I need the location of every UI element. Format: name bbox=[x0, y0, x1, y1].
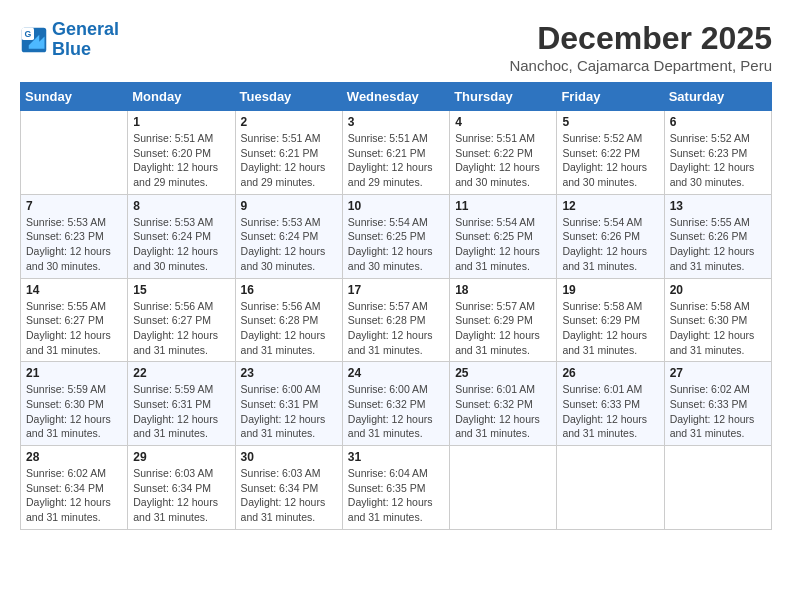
day-number: 5 bbox=[562, 115, 658, 129]
day-cell: 18Sunrise: 5:57 AM Sunset: 6:29 PM Dayli… bbox=[450, 278, 557, 362]
day-cell bbox=[21, 111, 128, 195]
day-cell: 4Sunrise: 5:51 AM Sunset: 6:22 PM Daylig… bbox=[450, 111, 557, 195]
calendar-table: SundayMondayTuesdayWednesdayThursdayFrid… bbox=[20, 82, 772, 530]
logo: G General Blue bbox=[20, 20, 119, 60]
day-info: Sunrise: 6:01 AM Sunset: 6:32 PM Dayligh… bbox=[455, 382, 551, 441]
day-number: 23 bbox=[241, 366, 337, 380]
week-row-3: 14Sunrise: 5:55 AM Sunset: 6:27 PM Dayli… bbox=[21, 278, 772, 362]
day-info: Sunrise: 5:56 AM Sunset: 6:28 PM Dayligh… bbox=[241, 299, 337, 358]
day-info: Sunrise: 5:52 AM Sunset: 6:22 PM Dayligh… bbox=[562, 131, 658, 190]
day-number: 8 bbox=[133, 199, 229, 213]
week-row-1: 1Sunrise: 5:51 AM Sunset: 6:20 PM Daylig… bbox=[21, 111, 772, 195]
day-number: 9 bbox=[241, 199, 337, 213]
day-number: 14 bbox=[26, 283, 122, 297]
header-cell-sunday: Sunday bbox=[21, 83, 128, 111]
day-cell: 31Sunrise: 6:04 AM Sunset: 6:35 PM Dayli… bbox=[342, 446, 449, 530]
day-number: 31 bbox=[348, 450, 444, 464]
day-number: 24 bbox=[348, 366, 444, 380]
day-cell: 14Sunrise: 5:55 AM Sunset: 6:27 PM Dayli… bbox=[21, 278, 128, 362]
day-info: Sunrise: 5:54 AM Sunset: 6:26 PM Dayligh… bbox=[562, 215, 658, 274]
day-info: Sunrise: 5:51 AM Sunset: 6:20 PM Dayligh… bbox=[133, 131, 229, 190]
day-number: 28 bbox=[26, 450, 122, 464]
day-info: Sunrise: 6:04 AM Sunset: 6:35 PM Dayligh… bbox=[348, 466, 444, 525]
day-number: 20 bbox=[670, 283, 766, 297]
day-cell: 27Sunrise: 6:02 AM Sunset: 6:33 PM Dayli… bbox=[664, 362, 771, 446]
day-cell: 21Sunrise: 5:59 AM Sunset: 6:30 PM Dayli… bbox=[21, 362, 128, 446]
day-info: Sunrise: 5:53 AM Sunset: 6:23 PM Dayligh… bbox=[26, 215, 122, 274]
day-number: 3 bbox=[348, 115, 444, 129]
day-number: 15 bbox=[133, 283, 229, 297]
day-cell: 23Sunrise: 6:00 AM Sunset: 6:31 PM Dayli… bbox=[235, 362, 342, 446]
svg-text:G: G bbox=[24, 29, 31, 39]
day-cell: 13Sunrise: 5:55 AM Sunset: 6:26 PM Dayli… bbox=[664, 194, 771, 278]
day-cell: 9Sunrise: 5:53 AM Sunset: 6:24 PM Daylig… bbox=[235, 194, 342, 278]
day-number: 2 bbox=[241, 115, 337, 129]
week-row-2: 7Sunrise: 5:53 AM Sunset: 6:23 PM Daylig… bbox=[21, 194, 772, 278]
day-cell: 17Sunrise: 5:57 AM Sunset: 6:28 PM Dayli… bbox=[342, 278, 449, 362]
day-info: Sunrise: 5:53 AM Sunset: 6:24 PM Dayligh… bbox=[133, 215, 229, 274]
header-cell-thursday: Thursday bbox=[450, 83, 557, 111]
day-number: 18 bbox=[455, 283, 551, 297]
day-info: Sunrise: 6:03 AM Sunset: 6:34 PM Dayligh… bbox=[133, 466, 229, 525]
header-cell-saturday: Saturday bbox=[664, 83, 771, 111]
day-number: 7 bbox=[26, 199, 122, 213]
day-info: Sunrise: 5:59 AM Sunset: 6:30 PM Dayligh… bbox=[26, 382, 122, 441]
day-number: 17 bbox=[348, 283, 444, 297]
day-cell: 24Sunrise: 6:00 AM Sunset: 6:32 PM Dayli… bbox=[342, 362, 449, 446]
header-cell-friday: Friday bbox=[557, 83, 664, 111]
day-cell: 11Sunrise: 5:54 AM Sunset: 6:25 PM Dayli… bbox=[450, 194, 557, 278]
day-info: Sunrise: 6:02 AM Sunset: 6:34 PM Dayligh… bbox=[26, 466, 122, 525]
day-info: Sunrise: 5:51 AM Sunset: 6:22 PM Dayligh… bbox=[455, 131, 551, 190]
logo-icon: G bbox=[20, 26, 48, 54]
logo-text: General Blue bbox=[52, 20, 119, 60]
day-number: 26 bbox=[562, 366, 658, 380]
day-cell bbox=[557, 446, 664, 530]
day-number: 16 bbox=[241, 283, 337, 297]
day-number: 21 bbox=[26, 366, 122, 380]
day-info: Sunrise: 5:57 AM Sunset: 6:29 PM Dayligh… bbox=[455, 299, 551, 358]
calendar-body: 1Sunrise: 5:51 AM Sunset: 6:20 PM Daylig… bbox=[21, 111, 772, 530]
day-info: Sunrise: 5:54 AM Sunset: 6:25 PM Dayligh… bbox=[455, 215, 551, 274]
day-cell: 8Sunrise: 5:53 AM Sunset: 6:24 PM Daylig… bbox=[128, 194, 235, 278]
header-cell-monday: Monday bbox=[128, 83, 235, 111]
day-number: 10 bbox=[348, 199, 444, 213]
day-info: Sunrise: 6:03 AM Sunset: 6:34 PM Dayligh… bbox=[241, 466, 337, 525]
day-info: Sunrise: 5:58 AM Sunset: 6:30 PM Dayligh… bbox=[670, 299, 766, 358]
day-cell: 1Sunrise: 5:51 AM Sunset: 6:20 PM Daylig… bbox=[128, 111, 235, 195]
day-info: Sunrise: 5:57 AM Sunset: 6:28 PM Dayligh… bbox=[348, 299, 444, 358]
day-number: 13 bbox=[670, 199, 766, 213]
day-cell: 30Sunrise: 6:03 AM Sunset: 6:34 PM Dayli… bbox=[235, 446, 342, 530]
main-title: December 2025 bbox=[509, 20, 772, 57]
day-cell: 26Sunrise: 6:01 AM Sunset: 6:33 PM Dayli… bbox=[557, 362, 664, 446]
day-cell: 5Sunrise: 5:52 AM Sunset: 6:22 PM Daylig… bbox=[557, 111, 664, 195]
day-cell: 20Sunrise: 5:58 AM Sunset: 6:30 PM Dayli… bbox=[664, 278, 771, 362]
day-cell: 29Sunrise: 6:03 AM Sunset: 6:34 PM Dayli… bbox=[128, 446, 235, 530]
day-number: 12 bbox=[562, 199, 658, 213]
day-cell: 7Sunrise: 5:53 AM Sunset: 6:23 PM Daylig… bbox=[21, 194, 128, 278]
title-area: December 2025 Nanchoc, Cajamarca Departm… bbox=[509, 20, 772, 74]
day-info: Sunrise: 6:00 AM Sunset: 6:32 PM Dayligh… bbox=[348, 382, 444, 441]
day-cell: 28Sunrise: 6:02 AM Sunset: 6:34 PM Dayli… bbox=[21, 446, 128, 530]
day-cell: 15Sunrise: 5:56 AM Sunset: 6:27 PM Dayli… bbox=[128, 278, 235, 362]
calendar-header: SundayMondayTuesdayWednesdayThursdayFrid… bbox=[21, 83, 772, 111]
page-header: G General Blue December 2025 Nanchoc, Ca… bbox=[20, 20, 772, 74]
day-number: 19 bbox=[562, 283, 658, 297]
day-info: Sunrise: 5:59 AM Sunset: 6:31 PM Dayligh… bbox=[133, 382, 229, 441]
day-info: Sunrise: 5:56 AM Sunset: 6:27 PM Dayligh… bbox=[133, 299, 229, 358]
day-number: 1 bbox=[133, 115, 229, 129]
week-row-5: 28Sunrise: 6:02 AM Sunset: 6:34 PM Dayli… bbox=[21, 446, 772, 530]
day-info: Sunrise: 5:51 AM Sunset: 6:21 PM Dayligh… bbox=[348, 131, 444, 190]
day-info: Sunrise: 6:02 AM Sunset: 6:33 PM Dayligh… bbox=[670, 382, 766, 441]
day-info: Sunrise: 6:01 AM Sunset: 6:33 PM Dayligh… bbox=[562, 382, 658, 441]
day-number: 6 bbox=[670, 115, 766, 129]
day-cell: 6Sunrise: 5:52 AM Sunset: 6:23 PM Daylig… bbox=[664, 111, 771, 195]
day-info: Sunrise: 5:55 AM Sunset: 6:27 PM Dayligh… bbox=[26, 299, 122, 358]
day-info: Sunrise: 5:53 AM Sunset: 6:24 PM Dayligh… bbox=[241, 215, 337, 274]
day-number: 4 bbox=[455, 115, 551, 129]
header-row: SundayMondayTuesdayWednesdayThursdayFrid… bbox=[21, 83, 772, 111]
header-cell-wednesday: Wednesday bbox=[342, 83, 449, 111]
day-info: Sunrise: 5:51 AM Sunset: 6:21 PM Dayligh… bbox=[241, 131, 337, 190]
day-info: Sunrise: 5:54 AM Sunset: 6:25 PM Dayligh… bbox=[348, 215, 444, 274]
day-info: Sunrise: 5:52 AM Sunset: 6:23 PM Dayligh… bbox=[670, 131, 766, 190]
day-cell: 10Sunrise: 5:54 AM Sunset: 6:25 PM Dayli… bbox=[342, 194, 449, 278]
